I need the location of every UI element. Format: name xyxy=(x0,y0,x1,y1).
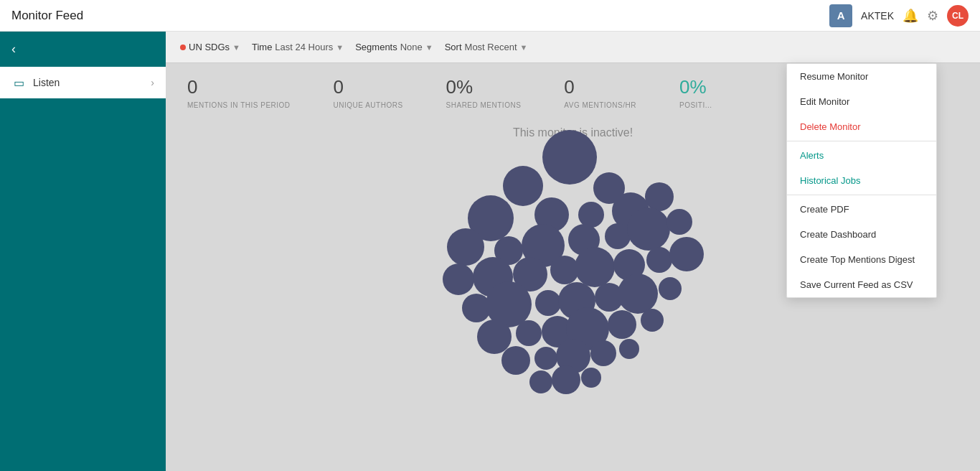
time-label: Time xyxy=(252,42,272,52)
tag-label: UN SDGs xyxy=(189,42,230,52)
filter-time[interactable]: Time Last 24 Hours ▼ xyxy=(252,42,344,52)
back-icon: ‹ xyxy=(11,42,16,57)
tag-chevron-icon: ▼ xyxy=(232,43,240,52)
shared-mentions-label: SHARED MENTIONS xyxy=(446,101,522,109)
bubble xyxy=(646,247,672,273)
bubble xyxy=(575,247,615,287)
bubble xyxy=(618,274,658,314)
unique-authors-label: UNIQUE AUTHORS xyxy=(334,101,403,109)
settings-icon[interactable]: ⚙ xyxy=(927,8,938,24)
stat-avg-mentions: 0 AVG MENTIONS/HR xyxy=(564,76,636,109)
bubble xyxy=(645,182,674,211)
stat-positive: 0% POSITI... xyxy=(679,76,712,109)
menu-item-delete[interactable]: Delete Monitor xyxy=(787,114,936,139)
filter-sort[interactable]: Sort Most Recent ▼ xyxy=(445,42,528,52)
bubble xyxy=(443,264,474,295)
filter-tag[interactable]: UN SDGs ▼ xyxy=(180,42,240,52)
menu-item-alerts[interactable]: Alerts xyxy=(787,143,936,168)
bubble xyxy=(581,368,601,388)
time-value: Last 24 Hours xyxy=(275,42,333,52)
bubble xyxy=(529,370,552,393)
sidebar: ‹ ▭ Listen › xyxy=(0,32,166,471)
avg-mentions-value: 0 xyxy=(564,76,636,98)
bubble xyxy=(552,365,580,394)
layout: ‹ ▭ Listen › UN SDGs ▼ Time Last 24 Hour… xyxy=(0,32,980,471)
segments-value: None xyxy=(400,42,423,52)
app-avatar: A xyxy=(829,4,852,27)
positive-value: 0% xyxy=(679,76,712,98)
sort-value: Most Recent xyxy=(465,42,517,52)
sidebar-item-listen[interactable]: ▭ Listen › xyxy=(0,67,166,98)
bubble xyxy=(534,347,557,370)
menu-item-csv[interactable]: Save Current Feed as CSV xyxy=(787,272,936,297)
segments-chevron-icon: ▼ xyxy=(425,43,433,52)
bubble xyxy=(666,209,692,235)
bubble-visualization xyxy=(437,154,710,398)
avg-mentions-label: AVG MENTIONS/HR xyxy=(564,101,636,109)
bubble xyxy=(535,290,561,316)
segments-label: Segments xyxy=(355,42,397,52)
listen-icon: ▭ xyxy=(11,75,26,90)
menu-item-edit[interactable]: Edit Monitor xyxy=(787,89,936,114)
bubble xyxy=(501,346,530,375)
username-label: AKTEK xyxy=(861,10,894,22)
topbar-right: A AKTEK 🔔 ⚙ CL xyxy=(829,4,969,27)
bubble xyxy=(627,207,670,251)
menu-item-digest[interactable]: Create Top Mentions Digest xyxy=(787,247,936,272)
bubble xyxy=(447,228,484,266)
sidebar-item-label: Listen xyxy=(33,77,60,88)
shared-mentions-value: 0% xyxy=(446,76,522,98)
tag-dot xyxy=(180,45,186,50)
bubble xyxy=(590,340,616,366)
unique-authors-value: 0 xyxy=(334,76,403,98)
stat-unique-authors: 0 UNIQUE AUTHORS xyxy=(334,76,403,109)
sidebar-back-button[interactable]: ‹ xyxy=(0,32,166,67)
filter-segments[interactable]: Segments None ▼ xyxy=(355,42,433,52)
stat-shared-mentions: 0% SHARED MENTIONS xyxy=(446,76,522,109)
mentions-value: 0 xyxy=(187,76,291,98)
menu-divider xyxy=(787,141,936,141)
bubble xyxy=(619,339,639,359)
menu-item-dashboard[interactable]: Create Dashboard xyxy=(787,222,936,247)
menu-item-resume[interactable]: Resume Monitor xyxy=(787,64,936,89)
user-avatar[interactable]: CL xyxy=(947,5,969,27)
mentions-label: MENTIONS IN THIS PERIOD xyxy=(187,101,291,109)
time-chevron-icon: ▼ xyxy=(336,43,344,52)
bubble xyxy=(608,310,636,339)
dropdown-menu: Resume MonitorEdit MonitorDelete Monitor… xyxy=(786,63,937,298)
filter-bar: UN SDGs ▼ Time Last 24 Hours ▼ Segments … xyxy=(166,32,980,63)
bubble xyxy=(516,320,542,346)
main-content: UN SDGs ▼ Time Last 24 Hours ▼ Segments … xyxy=(166,32,980,471)
bell-icon[interactable]: 🔔 xyxy=(903,8,918,24)
menu-item-historical[interactable]: Historical Jobs xyxy=(787,168,936,193)
positive-label: POSITI... xyxy=(679,101,712,109)
sort-chevron-icon: ▼ xyxy=(520,43,528,52)
stat-mentions: 0 MENTIONS IN THIS PERIOD xyxy=(187,76,291,109)
bubble xyxy=(503,166,543,206)
sort-label: Sort xyxy=(445,42,462,52)
bubble xyxy=(641,309,664,332)
chevron-right-icon: › xyxy=(151,77,154,88)
bubble xyxy=(542,130,597,185)
topbar: Monitor Feed A AKTEK 🔔 ⚙ CL xyxy=(0,0,980,32)
page-title: Monitor Feed xyxy=(11,9,83,23)
menu-item-pdf[interactable]: Create PDF xyxy=(787,197,936,222)
bubble xyxy=(669,237,704,271)
bubble xyxy=(659,277,682,300)
menu-divider xyxy=(787,195,936,195)
